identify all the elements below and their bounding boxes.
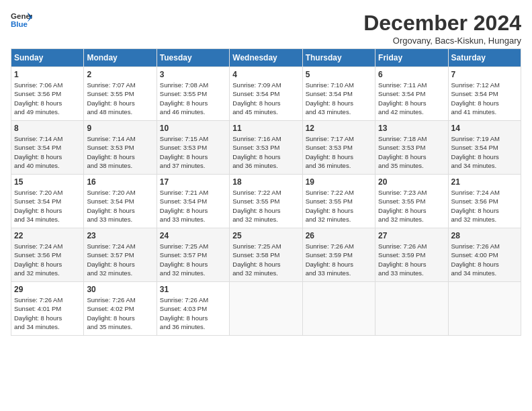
day-number: 2 <box>87 70 153 79</box>
title-area: December 2024 Orgovany, Bacs-Kiskun, Hun… <box>363 11 521 46</box>
day-info: Sunrise: 7:18 AMSunset: 3:53 PMDaylight:… <box>378 134 445 170</box>
weekday-header-wednesday: Wednesday <box>230 49 302 67</box>
day-info: Sunrise: 7:15 AMSunset: 3:53 PMDaylight:… <box>160 134 226 170</box>
day-info: Sunrise: 7:24 AMSunset: 3:56 PMDaylight:… <box>14 242 81 277</box>
calendar-day-cell: 10Sunrise: 7:15 AMSunset: 3:53 PMDayligh… <box>157 121 229 175</box>
day-number: 29 <box>14 285 81 294</box>
day-number: 11 <box>232 124 299 133</box>
calendar-day-cell: 24Sunrise: 7:25 AMSunset: 3:57 PMDayligh… <box>157 228 229 282</box>
day-number: 21 <box>451 177 518 187</box>
header: General Blue December 2024 Orgovany, Bac… <box>11 11 521 46</box>
day-number: 22 <box>14 231 81 240</box>
calendar-day-cell: 8Sunrise: 7:14 AMSunset: 3:54 PMDaylight… <box>11 121 84 175</box>
day-info: Sunrise: 7:20 AMSunset: 3:54 PMDaylight:… <box>14 188 81 224</box>
calendar-day-cell: 11Sunrise: 7:16 AMSunset: 3:53 PMDayligh… <box>230 121 302 175</box>
day-info: Sunrise: 7:23 AMSunset: 3:55 PMDaylight:… <box>378 188 445 224</box>
calendar-day-cell: 18Sunrise: 7:22 AMSunset: 3:55 PMDayligh… <box>230 175 302 228</box>
calendar-day-cell: 21Sunrise: 7:24 AMSunset: 3:56 PMDayligh… <box>448 175 521 228</box>
day-info: Sunrise: 7:21 AMSunset: 3:54 PMDaylight:… <box>160 188 226 224</box>
day-info: Sunrise: 7:20 AMSunset: 3:54 PMDaylight:… <box>87 188 153 224</box>
day-number: 28 <box>451 231 518 240</box>
weekday-header-tuesday: Tuesday <box>157 49 229 67</box>
calendar-day-cell: 28Sunrise: 7:26 AMSunset: 4:00 PMDayligh… <box>448 228 521 282</box>
day-number: 7 <box>451 70 518 79</box>
day-number: 4 <box>232 70 299 79</box>
day-info: Sunrise: 7:26 AMSunset: 3:59 PMDaylight:… <box>378 242 445 277</box>
calendar-day-cell: 7Sunrise: 7:12 AMSunset: 3:54 PMDaylight… <box>448 67 521 121</box>
day-number: 15 <box>14 177 81 187</box>
day-number: 23 <box>87 231 153 240</box>
day-info: Sunrise: 7:17 AMSunset: 3:53 PMDaylight:… <box>306 134 372 170</box>
calendar-day-cell <box>375 282 448 336</box>
calendar-day-cell <box>302 282 375 336</box>
calendar-day-cell: 17Sunrise: 7:21 AMSunset: 3:54 PMDayligh… <box>157 175 229 228</box>
weekday-header-friday: Friday <box>375 49 448 67</box>
day-info: Sunrise: 7:26 AMSunset: 4:00 PMDaylight:… <box>451 242 518 277</box>
calendar-week-row: 8Sunrise: 7:14 AMSunset: 3:54 PMDaylight… <box>11 121 521 175</box>
calendar-day-cell: 3Sunrise: 7:08 AMSunset: 3:55 PMDaylight… <box>157 67 229 121</box>
day-number: 10 <box>160 124 226 133</box>
day-number: 9 <box>87 124 153 133</box>
day-number: 31 <box>160 285 226 294</box>
calendar-day-cell: 9Sunrise: 7:14 AMSunset: 3:53 PMDaylight… <box>84 121 157 175</box>
day-info: Sunrise: 7:24 AMSunset: 3:57 PMDaylight:… <box>87 242 153 277</box>
calendar-table: SundayMondayTuesdayWednesdayThursdayFrid… <box>11 48 521 336</box>
day-number: 30 <box>87 285 153 294</box>
day-info: Sunrise: 7:26 AMSunset: 4:03 PMDaylight:… <box>160 295 226 331</box>
calendar-day-cell: 1Sunrise: 7:06 AMSunset: 3:56 PMDaylight… <box>11 67 84 121</box>
day-number: 13 <box>378 124 445 133</box>
calendar-day-cell: 15Sunrise: 7:20 AMSunset: 3:54 PMDayligh… <box>11 175 84 228</box>
calendar-day-cell: 2Sunrise: 7:07 AMSunset: 3:55 PMDaylight… <box>84 67 157 121</box>
day-info: Sunrise: 7:14 AMSunset: 3:53 PMDaylight:… <box>87 134 153 170</box>
calendar-day-cell: 31Sunrise: 7:26 AMSunset: 4:03 PMDayligh… <box>157 282 229 336</box>
day-info: Sunrise: 7:14 AMSunset: 3:54 PMDaylight:… <box>14 134 81 170</box>
day-number: 20 <box>378 177 445 187</box>
day-number: 19 <box>306 177 372 187</box>
day-number: 24 <box>160 231 226 240</box>
calendar-day-cell: 6Sunrise: 7:11 AMSunset: 3:54 PMDaylight… <box>375 67 448 121</box>
calendar-week-row: 22Sunrise: 7:24 AMSunset: 3:56 PMDayligh… <box>11 228 521 282</box>
calendar-day-cell <box>448 282 521 336</box>
calendar-day-cell: 19Sunrise: 7:22 AMSunset: 3:55 PMDayligh… <box>302 175 375 228</box>
weekday-header-thursday: Thursday <box>302 49 375 67</box>
day-info: Sunrise: 7:26 AMSunset: 3:59 PMDaylight:… <box>306 242 372 277</box>
day-number: 25 <box>232 231 299 240</box>
calendar-day-cell <box>230 282 302 336</box>
logo-icon: General Blue <box>11 11 32 30</box>
day-info: Sunrise: 7:26 AMSunset: 4:01 PMDaylight:… <box>14 295 81 331</box>
calendar-day-cell: 30Sunrise: 7:26 AMSunset: 4:02 PMDayligh… <box>84 282 157 336</box>
logo: General Blue <box>11 11 32 30</box>
day-info: Sunrise: 7:26 AMSunset: 4:02 PMDaylight:… <box>87 295 153 331</box>
day-number: 6 <box>378 70 445 79</box>
calendar-day-cell: 25Sunrise: 7:25 AMSunset: 3:58 PMDayligh… <box>230 228 302 282</box>
day-info: Sunrise: 7:08 AMSunset: 3:55 PMDaylight:… <box>160 81 226 116</box>
calendar-day-cell: 27Sunrise: 7:26 AMSunset: 3:59 PMDayligh… <box>375 228 448 282</box>
day-info: Sunrise: 7:25 AMSunset: 3:58 PMDaylight:… <box>232 242 299 277</box>
day-info: Sunrise: 7:07 AMSunset: 3:55 PMDaylight:… <box>87 81 153 116</box>
day-info: Sunrise: 7:22 AMSunset: 3:55 PMDaylight:… <box>232 188 299 224</box>
svg-text:Blue: Blue <box>11 20 28 28</box>
calendar-day-cell: 14Sunrise: 7:19 AMSunset: 3:54 PMDayligh… <box>448 121 521 175</box>
calendar-day-cell: 4Sunrise: 7:09 AMSunset: 3:54 PMDaylight… <box>230 67 302 121</box>
day-info: Sunrise: 7:06 AMSunset: 3:56 PMDaylight:… <box>14 81 81 116</box>
day-info: Sunrise: 7:22 AMSunset: 3:55 PMDaylight:… <box>306 188 372 224</box>
calendar-day-cell: 29Sunrise: 7:26 AMSunset: 4:01 PMDayligh… <box>11 282 84 336</box>
day-number: 3 <box>160 70 226 79</box>
day-info: Sunrise: 7:19 AMSunset: 3:54 PMDaylight:… <box>451 134 518 170</box>
calendar-day-cell: 13Sunrise: 7:18 AMSunset: 3:53 PMDayligh… <box>375 121 448 175</box>
location-subtitle: Orgovany, Bacs-Kiskun, Hungary <box>363 36 521 46</box>
day-info: Sunrise: 7:24 AMSunset: 3:56 PMDaylight:… <box>451 188 518 224</box>
day-number: 14 <box>451 124 518 133</box>
calendar-day-cell: 12Sunrise: 7:17 AMSunset: 3:53 PMDayligh… <box>302 121 375 175</box>
day-info: Sunrise: 7:09 AMSunset: 3:54 PMDaylight:… <box>232 81 299 116</box>
weekday-header-saturday: Saturday <box>448 49 521 67</box>
day-info: Sunrise: 7:16 AMSunset: 3:53 PMDaylight:… <box>232 134 299 170</box>
day-info: Sunrise: 7:12 AMSunset: 3:54 PMDaylight:… <box>451 81 518 116</box>
weekday-header-sunday: Sunday <box>11 49 84 67</box>
day-number: 1 <box>14 70 81 79</box>
day-info: Sunrise: 7:10 AMSunset: 3:54 PMDaylight:… <box>306 81 372 116</box>
weekday-header-row: SundayMondayTuesdayWednesdayThursdayFrid… <box>11 49 521 67</box>
day-info: Sunrise: 7:11 AMSunset: 3:54 PMDaylight:… <box>378 81 445 116</box>
day-number: 8 <box>14 124 81 133</box>
day-number: 27 <box>378 231 445 240</box>
